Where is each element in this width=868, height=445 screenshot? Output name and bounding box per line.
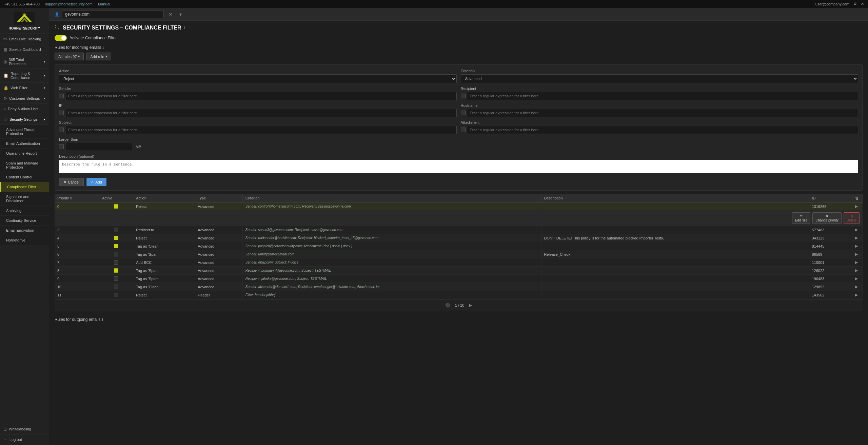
active-checkbox[interactable] <box>114 228 118 232</box>
cell-arrow[interactable]: ▶ <box>852 242 863 250</box>
sidebar-item-email-auth[interactable]: Email Authentication <box>0 139 49 149</box>
sidebar-item-security-settings[interactable]: 🛡 Security Settings ▾ <box>0 114 49 125</box>
active-checkbox[interactable] <box>114 204 118 209</box>
sidebar-item-email-live-tracking[interactable]: ✉ Email Live Tracking <box>0 34 49 44</box>
active-checkbox[interactable] <box>114 260 118 265</box>
recipient-checkbox[interactable] <box>461 94 466 98</box>
recipient-input[interactable] <box>467 92 859 100</box>
cell-arrow[interactable]: ▶ <box>852 291 863 299</box>
active-checkbox[interactable] <box>114 276 118 281</box>
top-bar-left: +49 511 515 464-700 support@hornetsecuri… <box>4 2 110 6</box>
sidebar-item-spam-malware[interactable]: Spam and Malware Protection <box>0 158 49 172</box>
outgoing-info-icon[interactable]: ℹ <box>102 317 103 322</box>
sidebar-item-advanced-threat[interactable]: Advanced Threat Protection <box>0 125 49 139</box>
cell-arrow[interactable]: ▶ <box>852 258 863 267</box>
sidebar-item-archiving[interactable]: Archiving <box>0 206 49 216</box>
cell-priority: 3 <box>55 226 99 234</box>
sort-priority-icon[interactable]: ⇅ <box>70 197 73 200</box>
manual-link[interactable]: Manual <box>98 2 110 6</box>
table-row[interactable]: 3 Redirect to Advanced Sender: sasse3@ge… <box>55 226 863 234</box>
action-select[interactable]: RejectTag as SpamTag as CleanRedirect to… <box>59 74 457 83</box>
sidebar-item-365-total-protection[interactable]: ◎ 365 Total Protection ▾ <box>0 55 49 69</box>
activate-compliance-toggle[interactable] <box>55 35 67 41</box>
criterion-select[interactable]: AdvancedHeaderSimple <box>461 74 859 83</box>
attachment-checkbox[interactable] <box>461 128 466 132</box>
table-row[interactable]: 7 Add BCC Advanced Sender: ebay.com; Sub… <box>55 258 863 267</box>
col-trash[interactable]: 🗑 <box>852 194 863 202</box>
domain-dropdown-icon[interactable]: ▾ <box>177 11 184 18</box>
all-rules-button[interactable]: All rules 97 ▾ <box>55 53 84 60</box>
sidebar-item-email-encryption[interactable]: Email Encryption <box>0 226 49 235</box>
sub-item-label: Email Encryption <box>6 228 34 232</box>
close-icon[interactable]: ✕ <box>861 2 864 6</box>
larger-than-checkbox[interactable] <box>59 144 64 149</box>
sidebar-item-whitelabeling[interactable]: ◻ Whitelabeling <box>0 424 49 434</box>
sidebar-item-reporting[interactable]: 📋 Reporting & Compliance ▾ <box>0 69 49 83</box>
hostname-input[interactable] <box>467 109 859 117</box>
domain-close-icon[interactable]: ✕ <box>166 11 175 18</box>
sidebar-item-content-control[interactable]: Content Control <box>0 172 49 182</box>
cell-id: 110001 <box>809 258 852 267</box>
sidebar-item-signature[interactable]: Signature and Disclaimer <box>0 192 49 206</box>
subject-checkbox[interactable] <box>59 128 64 132</box>
cell-arrow[interactable]: ▶ <box>852 283 863 291</box>
cell-arrow[interactable]: ▶ <box>852 226 863 234</box>
page-info-icon[interactable]: ℹ <box>184 26 185 30</box>
sender-checkbox[interactable] <box>59 94 64 98</box>
delete-button[interactable]: ✕ Delete <box>844 212 860 224</box>
cancel-button[interactable]: ✕ Cancel <box>59 178 84 186</box>
add-button[interactable]: ✓ Add <box>86 178 106 186</box>
table-row[interactable]: 9 Tag as 'Spam' Advanced Recipient: jahn… <box>55 275 863 283</box>
ip-input[interactable] <box>65 109 457 117</box>
subject-input[interactable] <box>65 126 457 134</box>
cell-criterion: Filter: header:johbnj <box>242 291 541 299</box>
attachment-input[interactable] <box>467 126 859 134</box>
cell-arrow[interactable]: ▶ <box>852 234 863 242</box>
cell-arrow[interactable]: ▶ <box>852 202 863 211</box>
change-priority-button[interactable]: ⇅ Change priority <box>812 212 842 224</box>
table-row[interactable]: 8 Tag as 'Spam' Advanced Recipient: bodm… <box>55 267 863 275</box>
sidebar-item-hornetdrive[interactable]: Hornetdrive <box>0 235 49 245</box>
sidebar-item-compliance-filter[interactable]: Compliance Filter <box>0 182 49 192</box>
add-rule-button[interactable]: Add rule ▾ <box>86 53 111 60</box>
ip-checkbox[interactable] <box>59 111 64 115</box>
table-row[interactable]: 0 Reject Advanced Sender: control@hornet… <box>55 202 863 211</box>
active-checkbox[interactable] <box>114 268 118 273</box>
incoming-info-icon[interactable]: ℹ <box>102 45 104 50</box>
table-row[interactable]: 5 Tag as 'Clean' Advanced Sender: pospic… <box>55 242 863 250</box>
table-row[interactable]: 10 Tag as 'Clean' Advanced Sender: absen… <box>55 283 863 291</box>
description-textarea[interactable] <box>59 160 858 173</box>
sidebar-item-web-filter[interactable]: 🔒 Web Filter ▾ <box>0 83 49 93</box>
sidebar-item-customer-settings[interactable]: ⚙ Customer Settings ▾ <box>0 93 49 104</box>
cell-arrow[interactable]: ▶ <box>852 267 863 275</box>
support-email[interactable]: support@hornetsecurity.com <box>45 2 93 6</box>
pagination-next-icon[interactable]: ▶ <box>467 302 474 308</box>
active-checkbox[interactable] <box>114 244 118 248</box>
table-row[interactable]: 11 Reject Header Filter: header:johbnj 1… <box>55 291 863 299</box>
cell-arrow[interactable]: ▶ <box>852 250 863 258</box>
larger-than-input[interactable] <box>65 143 133 151</box>
user-account[interactable]: user@company.com <box>815 2 849 6</box>
sidebar-item-continuity[interactable]: Continuity Service <box>0 216 49 226</box>
domain-input[interactable] <box>62 10 164 18</box>
page-shield-icon: 🛡 <box>55 25 60 31</box>
active-checkbox[interactable] <box>114 285 118 289</box>
outgoing-rules-title: Rules for outgoing emails ℹ <box>55 314 863 325</box>
sidebar-item-quarantine[interactable]: Quarantine Report <box>0 149 49 158</box>
sidebar-item-service-dashboard[interactable]: ▦ Service Dashboard <box>0 44 49 55</box>
cell-arrow[interactable]: ▶ <box>852 275 863 283</box>
sidebar-item-deny-allow-lists[interactable]: ≡ Deny & Allow Lists <box>0 104 49 114</box>
edit-rule-button[interactable]: ✏ Edit rule <box>792 212 811 224</box>
table-row[interactable]: 4 Reject Advanced Sender: badsender@bads… <box>55 234 863 242</box>
pagination-prev-icon[interactable]: ⚫ <box>443 302 452 308</box>
sender-input[interactable] <box>65 92 457 100</box>
sidebar-item-logout[interactable]: → Log out <box>0 434 49 445</box>
hostname-checkbox[interactable] <box>461 111 466 115</box>
cell-active <box>99 291 133 299</box>
settings-icon[interactable]: ⚙ <box>853 2 857 6</box>
active-checkbox[interactable] <box>114 293 118 297</box>
form-actions: ✕ Cancel ✓ Add <box>59 178 858 186</box>
active-checkbox[interactable] <box>114 236 118 240</box>
table-row[interactable]: 6 Tag as 'Spam' Advanced Sender: umut@ha… <box>55 250 863 258</box>
active-checkbox[interactable] <box>114 252 118 256</box>
